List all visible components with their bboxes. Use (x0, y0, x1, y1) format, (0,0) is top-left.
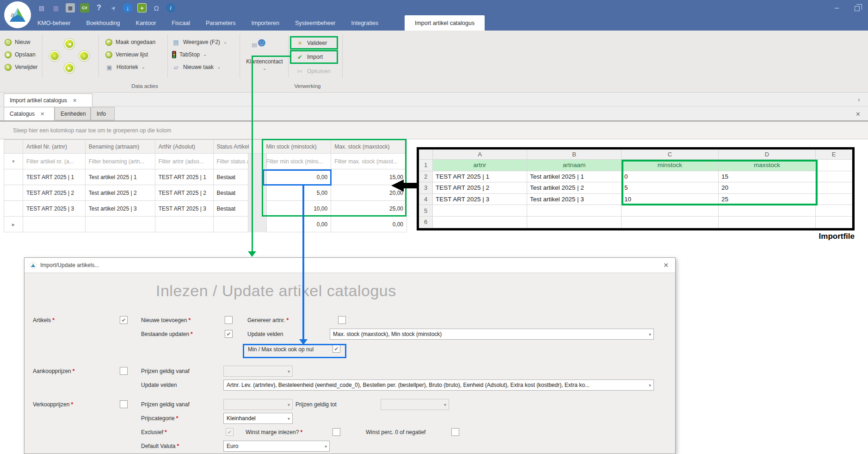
cell-minstock[interactable]: 0,00 (263, 217, 331, 232)
cell-adsolut[interactable]: TEST ART 2025 | 1 (155, 169, 214, 185)
prijzen-geldig-vanaf-2-dropdown[interactable]: ▾ (223, 399, 293, 410)
menu-import-artikel-catalogus[interactable]: Import artikel catalogus (405, 15, 485, 31)
nav-last-button[interactable]: » (79, 51, 89, 61)
header-adsolut[interactable]: ArtNr (Adsolut) (155, 140, 214, 153)
tab-import-artikel-catalogus[interactable]: Import artikel catalogus ✕ (4, 93, 92, 107)
application-window: a ▤ ▥ ▦ C# ? ➤ ↓ + Ω i – KMO-beheer Boek… (0, 0, 868, 454)
undo-button[interactable]: ↶Maak ongedaan (105, 36, 155, 48)
library-icon[interactable]: ▥ (51, 3, 61, 12)
refresh-list-button[interactable]: ↻Vernieuw lijst (105, 49, 148, 61)
filter-adsolut[interactable]: Filter artnr (adso... (155, 154, 214, 169)
info-icon[interactable]: i (166, 3, 175, 12)
chevron-down-icon[interactable]: ⌄ (263, 66, 266, 71)
customer-contact-button[interactable]: ☻ ✉ (255, 36, 268, 48)
tabstop-button[interactable]: TabStop⌄ (172, 49, 207, 61)
code-bubble-icon[interactable]: C# (80, 3, 89, 12)
close-icon[interactable]: ✕ (73, 98, 77, 104)
cell-adsolut[interactable]: TEST ART 2025 | 2 (155, 185, 214, 200)
menu-boekhouding[interactable]: Boekhouding (79, 15, 128, 31)
traffic-light-icon (172, 51, 176, 58)
print-icon[interactable]: ▤ (37, 3, 46, 12)
winst-perc-checkbox[interactable]: ✔ (451, 428, 459, 436)
menu-systeembeheer[interactable]: Systeembeheer (287, 15, 344, 31)
download-icon[interactable]: ↓ (123, 3, 132, 12)
annotation-green-arrowhead (248, 251, 256, 257)
prijzen-geldig-tot-dropdown[interactable]: ▾ (381, 399, 449, 410)
cell-artnr[interactable]: TEST ART 2025 | 3 (23, 201, 86, 216)
close-icon[interactable]: ✕ (856, 111, 861, 118)
aankoopprijzen-checkbox[interactable]: ✔ (120, 367, 128, 375)
menu-kantoor[interactable]: Kantoor (128, 15, 164, 31)
tab-eenheden[interactable]: Eenheden (55, 107, 91, 120)
artikels-checkbox[interactable]: ✔ (120, 316, 128, 324)
menu-importeren[interactable]: Importeren (244, 15, 287, 31)
annotation-blue-line (302, 185, 304, 339)
bell-icon[interactable]: Ω (152, 3, 161, 12)
filter-artnaam[interactable]: Filter benaming (artn... (86, 154, 155, 169)
cell-artnr[interactable]: TEST ART 2025 | 1 (23, 169, 86, 185)
prijzen-geldig-vanaf-dropdown[interactable]: ▾ (223, 366, 293, 377)
cell-artnaam[interactable]: Test artikel 2025 | 1 (86, 169, 155, 185)
help-icon[interactable]: ? (94, 3, 104, 12)
dialog-logo-icon (30, 262, 37, 269)
delete-button[interactable]: ●Verwijder (5, 61, 37, 73)
cell-artnr[interactable]: TEST ART 2025 | 2 (23, 185, 86, 200)
minimize-button[interactable]: – (835, 4, 839, 12)
menu-kmo-beheer[interactable]: KMO-beheer (30, 15, 79, 31)
dialog-close-icon[interactable]: ✕ (663, 261, 669, 269)
annotation-import-box (290, 50, 338, 64)
view-f2-button[interactable]: ▤Weergave (F2)⌄ (172, 36, 227, 48)
genereer-artnr-checkbox[interactable]: ✔ (338, 316, 346, 324)
new-button[interactable]: ❏Nieuw (5, 36, 30, 48)
prijscategorie-dropdown[interactable]: Kleinhandel▾ (223, 413, 293, 424)
group-by-panel[interactable]: Sleep hier een kolomkop naar toe om te g… (0, 122, 868, 139)
menu-fiscaal[interactable]: Fiscaal (164, 15, 198, 31)
close-icon[interactable]: ✕ (40, 111, 44, 117)
annotation-cell-box (263, 169, 332, 186)
new-row: ▸ 0,00 0,00 (4, 217, 407, 232)
cell-maxstock[interactable]: 0,00 (331, 217, 407, 232)
header-status[interactable]: Status Artikel (214, 140, 263, 153)
nav-prev-button[interactable]: ◀ (64, 39, 74, 49)
xl-header-artnaam: artnaam (527, 160, 622, 171)
history-button[interactable]: ▣Historiek⌄ (105, 61, 145, 73)
header-indicator (4, 140, 23, 153)
cell-artnaam[interactable]: Test artikel 2025 | 2 (86, 185, 155, 200)
dialog-titlebar[interactable]: Import/Update artikels... (25, 258, 675, 273)
default-valuta-dropdown[interactable]: Euro▾ (223, 441, 330, 452)
add-icon[interactable]: + (137, 3, 147, 12)
restore-button[interactable] (855, 6, 860, 11)
tab-info[interactable]: Info (91, 107, 115, 120)
tab-scroll-right-icon[interactable]: › (858, 96, 860, 103)
bestaande-updaten-checkbox[interactable]: ✔ (225, 330, 233, 338)
calculator-icon[interactable]: ▦ (66, 3, 75, 12)
nieuwe-toevoegen-checkbox[interactable]: ✔ (225, 316, 233, 324)
save-button[interactable]: ▣Opslaan (5, 49, 36, 61)
nav-first-button[interactable]: « (49, 51, 60, 61)
artikels-label: Artikels* (33, 317, 55, 323)
new-task-button[interactable]: ▱Nieuwe taak⌄ (172, 61, 221, 73)
nav-last-icon: » (83, 54, 85, 58)
row-number: 6 (419, 217, 433, 228)
header-artnr[interactable]: Artikel Nr. (artnr) (23, 140, 86, 153)
verkoopprijzen-checkbox[interactable]: ✔ (120, 400, 128, 408)
filter-artnr[interactable]: Filter artikel nr. (a... (23, 154, 86, 169)
update-velden-aankoop-dropdown[interactable]: Artnr. Lev. (artnrlev), Besteleenheid (e… (223, 379, 654, 391)
col-letter: E (816, 149, 852, 160)
nav-next-button[interactable]: ▶ (64, 63, 74, 73)
tab-catalogus[interactable]: Catalogus ✕ (4, 107, 55, 120)
importfile-spreadsheet: A B C D E 1 artnr artnaam minstock maxst… (417, 147, 855, 230)
header-artnaam[interactable]: Benaming (artnaam) (86, 140, 155, 153)
nieuwe-toevoegen-label: Nieuwe toevoegen* (141, 317, 191, 323)
cell-adsolut[interactable]: TEST ART 2025 | 3 (155, 201, 214, 216)
row-number: 3 (419, 182, 433, 194)
cell-artnaam[interactable]: Test artikel 2025 | 3 (86, 201, 155, 216)
funnel-icon[interactable]: ▼ (12, 159, 16, 164)
update-velden-dropdown[interactable]: Max. stock (maxstock), Min stock (minsto… (330, 329, 654, 340)
menu-parameters[interactable]: Parameters (198, 15, 244, 31)
menu-integraties[interactable]: Integraties (344, 15, 386, 31)
sub-tab-strip (0, 106, 868, 120)
pin-icon[interactable]: ➤ (107, 1, 120, 14)
dropdown-arrow-icon: ▾ (649, 383, 651, 388)
winst-marge-checkbox[interactable]: ✔ (332, 428, 340, 436)
